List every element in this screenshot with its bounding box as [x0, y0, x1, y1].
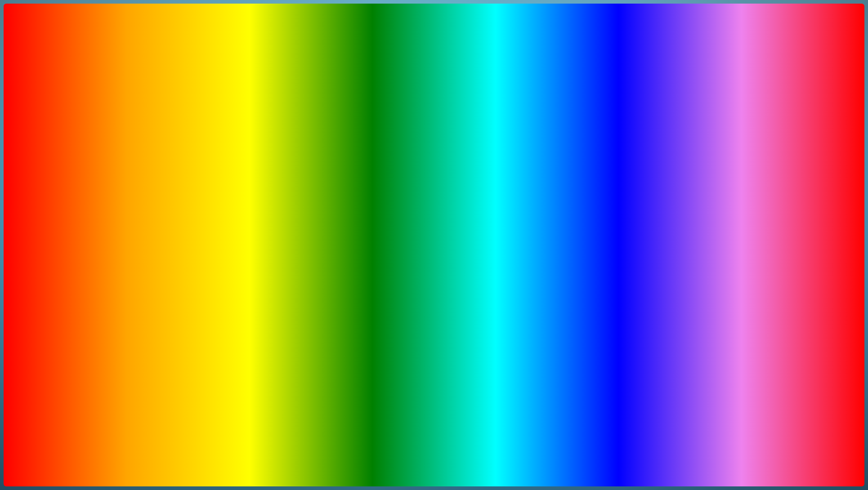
- gui-title-sub-right: | Blox FruitFruit | UPDATE 18: [519, 143, 593, 150]
- sidebar-item-esp-left[interactable]: ESP: [46, 207, 79, 220]
- gui-content-right: Wait For Dungeon Auto Farm Dungeon Auto …: [426, 153, 597, 279]
- auto-farm-dungeon-label: Auto Farm Dungeon: [434, 169, 478, 174]
- flash-attack-label: Flast Attack V0.1: [87, 208, 125, 214]
- dropdown-arrow-right: ▼: [585, 197, 590, 202]
- setspawn-toggle[interactable]: [218, 177, 234, 185]
- script-pastebin-text: SCRIPT PASTEBIN: [335, 423, 682, 469]
- badge-blox: BLOX: [782, 441, 801, 449]
- spirit-orb-left: [315, 319, 382, 387]
- sidebar-item-warp-left[interactable]: Warp: [46, 182, 79, 195]
- auto-select-dungeon-toggle[interactable]: [573, 209, 590, 217]
- dropdown-arrow-left: ▼: [229, 236, 234, 242]
- sidebar-item-dungeon-right[interactable]: Dungeon: [392, 195, 425, 207]
- sidebar-item-devilfruit-left[interactable]: Devil Fruit: [46, 195, 79, 207]
- sidebar-item-devilfruit-right[interactable]: Devil Fruit: [392, 232, 425, 245]
- refresh-weapon-button[interactable]: Refresh Weapon: [83, 246, 238, 257]
- sidebar-item-misc-left[interactable]: Misc: [46, 220, 79, 232]
- select-chips-dropdown[interactable]: Select Chips : Dough ▼: [430, 195, 594, 205]
- row-flash-attack: Flast Attack V0.1: [83, 205, 238, 217]
- main-container: BLOX FRUITS MOBILE ANDROID ✓ ✓ FLUXUS HY…: [0, 0, 868, 490]
- sidebar-item-main-left[interactable]: Main: [46, 157, 79, 169]
- ping-text: Ping : 115.061 (16%CV): [146, 157, 199, 162]
- title-fruits: FRUITS: [592, 13, 855, 90]
- sidebar-item-bounty-right[interactable]: Bounty: [392, 182, 425, 195]
- badge-fruits: FRUITS: [779, 449, 805, 457]
- blox-fruits-badge: BLOX FRUITS: [744, 384, 839, 461]
- bottom-section: AUTO FARM SCRIPT PASTEBIN: [13, 414, 855, 477]
- gui-body-left: Main Stats Warp Devil Fruit ESP Misc Fps…: [46, 153, 242, 279]
- sidebar-item-warp-right[interactable]: Warp: [392, 207, 425, 220]
- auto-farm-text: AUTO FARM: [13, 414, 321, 477]
- fps-ping-row: Fps : 60 Ping : 115.061 (16%CV): [83, 157, 238, 162]
- gui-title-right: Atomic HUB | Blox FruitFruit | UPDATE 18: [486, 143, 593, 150]
- bring-monster-label: Bring Monster: [87, 193, 118, 199]
- auto-select-dungeon-label: Auto Select Dungeon: [434, 210, 480, 216]
- sidebar-item-main-right[interactable]: Main: [392, 157, 425, 169]
- row-auto-buy-chip: Auto Buy Chip: [430, 222, 594, 234]
- title-blox: BLOX: [13, 13, 217, 90]
- sidebar-item-stats-right[interactable]: Stats: [392, 169, 425, 182]
- auto-awakener-toggle[interactable]: [573, 182, 590, 190]
- row-auto-farm-dungeon: Auto Farm Dungeon: [430, 165, 594, 178]
- auto-awakener-label: Auto Awakener: [434, 183, 467, 189]
- select-weapon-label: Select Weapon :: [87, 236, 124, 242]
- gui-title-main-right: Atomic HUB: [486, 143, 517, 150]
- gui-title-left: Atomic HUB | Blox FruitFruit | UPDATE 18: [79, 143, 186, 150]
- row-bring-monster: Bring Monster: [83, 190, 238, 202]
- gui-title-main-left: Atomic HUB: [79, 143, 111, 150]
- select-chips-label: Select Chips : Dough: [434, 197, 480, 202]
- row-auto-select-dungeon: Auto Select Dungeon: [430, 207, 594, 219]
- auto-buy-chip-toggle[interactable]: [573, 224, 590, 232]
- row-white-screen: White Screen: [83, 219, 238, 232]
- select-weapon-dropdown[interactable]: Select Weapon : ▼: [83, 234, 238, 244]
- row-auto-awakener: Auto Awakener: [430, 180, 594, 192]
- settings-title: Settings: [83, 165, 238, 171]
- flash-attack-toggle[interactable]: [218, 207, 234, 215]
- close-button-right[interactable]: ✕: [397, 143, 402, 150]
- gui-header-left: ✕ Atomic HUB | Blox FruitFruit | UPDATE …: [46, 140, 242, 153]
- bring-monster-toggle[interactable]: [218, 192, 234, 200]
- white-screen-label: White Screen: [87, 223, 117, 228]
- badge-text: BLOX FRUITS: [746, 439, 837, 459]
- gui-sidebar-right: Main Stats Bounty Dungeon Warp Shop Devi…: [392, 153, 426, 279]
- gui-header-right: ✕ Atomic HUB | Blox FruitFruit | UPDATE …: [392, 140, 597, 153]
- auto-buy-chip-label: Auto Buy Chip: [434, 225, 465, 231]
- lollipop-ball: [407, 45, 461, 99]
- wait-dungeon-title: Wait For Dungeon: [430, 157, 594, 162]
- gui-version-left: Version | Free: [207, 144, 237, 149]
- sidebar-item-shop-right[interactable]: Shop: [392, 220, 425, 232]
- fluxus-label: FLUXUS HYDROGEN: [744, 126, 847, 176]
- gui-sidebar-left: Main Stats Warp Devil Fruit ESP Misc: [46, 153, 80, 279]
- gui-panel-left: ✕ Atomic HUB | Blox FruitFruit | UPDATE …: [45, 139, 243, 280]
- gui-panel-right: ✕ Atomic HUB | Blox FruitFruit | UPDATE …: [391, 139, 598, 280]
- row-setspawn: Auto SetSpawn Point: [83, 175, 238, 187]
- auto-farm-dungeon-toggle[interactable]: [573, 167, 590, 175]
- gui-title-sub-left: | Blox FruitFruit | UPDATE 18: [112, 143, 186, 150]
- spirit-orb-right: [639, 319, 711, 391]
- close-button-left[interactable]: ✕: [50, 143, 56, 150]
- setspawn-label: Auto SetSpawn Point: [87, 178, 134, 184]
- fps-text: Fps : 60: [122, 157, 140, 162]
- gui-body-right: Main Stats Bounty Dungeon Warp Shop Devi…: [392, 153, 597, 279]
- sidebar-item-stats-left[interactable]: Stats: [46, 169, 79, 182]
- buy-chip-select-button[interactable]: Buy Chip Select: [430, 236, 594, 247]
- white-screen-toggle[interactable]: [218, 222, 234, 230]
- gui-content-left: Fps : 60 Ping : 115.061 (16%CV) Settings…: [80, 153, 242, 279]
